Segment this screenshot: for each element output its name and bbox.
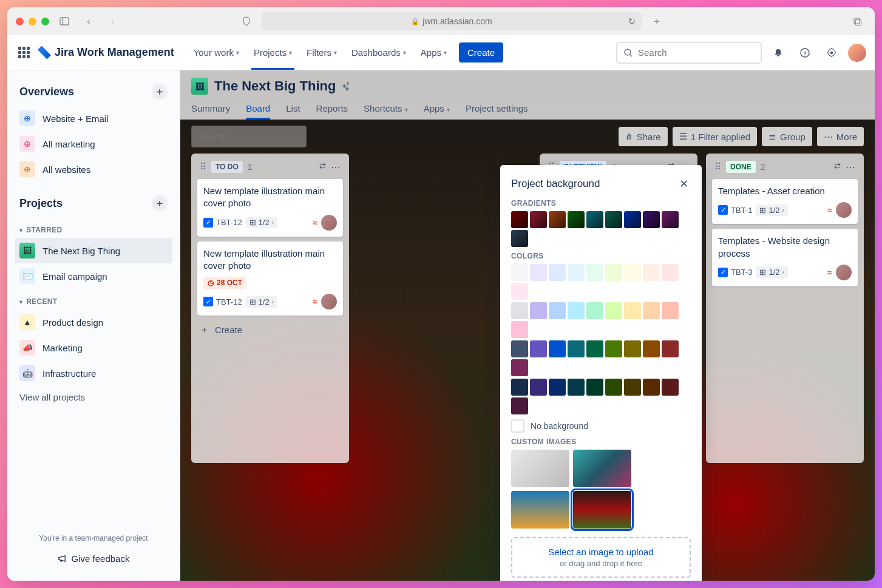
tab-list[interactable]: List [286, 101, 300, 120]
color-swatch[interactable] [643, 340, 660, 357]
tab-summary[interactable]: Summary [191, 101, 230, 120]
nav-your-work[interactable]: Your work▾ [188, 44, 245, 61]
board-search[interactable] [191, 126, 307, 147]
background-thumbnail[interactable] [511, 491, 569, 529]
color-swatch[interactable] [586, 302, 603, 319]
color-swatch[interactable] [624, 302, 641, 319]
close-icon[interactable]: ✕ [677, 175, 691, 193]
color-swatch[interactable] [568, 264, 585, 281]
color-swatch[interactable] [643, 264, 660, 281]
sidebar-toggle-icon[interactable] [55, 12, 73, 30]
color-swatch[interactable] [549, 340, 566, 357]
color-swatch[interactable] [605, 302, 622, 319]
color-swatch[interactable] [662, 211, 679, 228]
share-button[interactable]: ⋔Share [619, 127, 668, 146]
assignee-avatar[interactable] [836, 265, 852, 280]
search-input[interactable] [638, 47, 755, 58]
color-swatch[interactable] [662, 264, 679, 281]
new-tab-icon[interactable]: ＋ [648, 12, 666, 30]
shield-icon[interactable] [237, 12, 256, 30]
add-project-button[interactable]: ＋ [152, 195, 168, 211]
card-tbt-3[interactable]: Templates - Website design process✓TBT-3… [712, 229, 858, 286]
color-swatch[interactable] [568, 379, 585, 396]
filter-button[interactable]: ☰1 Filter applied [673, 127, 757, 146]
sidebar-item-all-marketing[interactable]: ⊕All marketing [15, 131, 172, 157]
background-thumbnail[interactable] [511, 450, 569, 487]
color-swatch[interactable] [549, 264, 566, 281]
app-switcher-icon[interactable] [16, 45, 32, 61]
color-swatch[interactable] [586, 379, 603, 396]
color-swatch[interactable] [586, 211, 603, 228]
global-search[interactable] [616, 42, 762, 64]
drag-handle-icon[interactable]: ⠿ [200, 161, 206, 172]
color-swatch[interactable] [586, 264, 603, 281]
color-swatch[interactable] [605, 379, 622, 396]
tab-apps[interactable]: Apps ▾ [424, 101, 450, 120]
nav-projects[interactable]: Projects▾ [248, 44, 298, 61]
give-feedback-button[interactable]: Give feedback [15, 547, 172, 570]
collapse-icon[interactable]: ⇄ [319, 161, 326, 173]
color-swatch[interactable] [624, 264, 641, 281]
column-more-icon[interactable]: ⋯ [331, 161, 341, 173]
drag-handle-icon[interactable]: ⠿ [714, 161, 721, 172]
close-window[interactable] [16, 18, 24, 25]
tab-project-settings[interactable]: Project settings [466, 101, 528, 120]
card-tbt-12[interactable]: New template illustration main cover pho… [197, 242, 343, 316]
color-swatch[interactable] [568, 211, 585, 228]
color-swatch[interactable] [530, 302, 547, 319]
sidebar-item-marketing[interactable]: 📣Marketing [15, 335, 172, 360]
color-swatch[interactable] [662, 302, 679, 319]
upload-dropzone[interactable]: Select an image to upload or drag and dr… [511, 537, 691, 578]
color-swatch[interactable] [511, 379, 528, 396]
color-swatch[interactable] [511, 340, 528, 357]
zoom-window[interactable] [41, 18, 49, 25]
user-avatar[interactable] [848, 44, 866, 62]
color-swatch[interactable] [643, 302, 660, 319]
color-swatch[interactable] [511, 230, 528, 247]
color-swatch[interactable] [530, 379, 547, 396]
forward-icon[interactable]: › [104, 12, 122, 30]
color-swatch[interactable] [511, 264, 528, 281]
board-search-input[interactable] [198, 132, 313, 142]
tab-reports[interactable]: Reports [316, 101, 348, 120]
color-swatch[interactable] [530, 211, 547, 228]
assignee-avatar[interactable] [321, 215, 337, 231]
reload-icon[interactable]: ↻ [628, 16, 636, 26]
sidebar-item-all-websites[interactable]: ⊕All websites [15, 157, 172, 182]
assignee-avatar[interactable] [836, 202, 852, 218]
color-swatch[interactable] [511, 359, 528, 376]
color-swatch[interactable] [511, 283, 528, 300]
settings-icon[interactable] [821, 42, 842, 63]
sidebar-item-infrastructure[interactable]: 🤖Infrastructure [15, 360, 172, 386]
color-swatch[interactable] [511, 211, 528, 228]
color-swatch[interactable] [586, 340, 603, 357]
upload-link[interactable]: Select an image to upload [548, 547, 653, 557]
color-swatch[interactable] [624, 340, 641, 357]
nav-dashboards[interactable]: Dashboards▾ [345, 44, 412, 61]
sidebar-item-the-next-big-thing[interactable]: 🖼The Next Big Thing [15, 238, 172, 263]
tab-board[interactable]: Board [246, 101, 270, 120]
color-swatch[interactable] [643, 211, 660, 228]
group-button[interactable]: ≣Group [762, 127, 812, 146]
color-swatch[interactable] [568, 302, 585, 319]
color-swatch[interactable] [624, 379, 641, 396]
assignee-avatar[interactable] [321, 294, 337, 309]
color-swatch[interactable] [511, 321, 528, 338]
nav-filters[interactable]: Filters▾ [300, 44, 343, 61]
color-swatch[interactable] [530, 264, 547, 281]
color-swatch[interactable] [624, 211, 641, 228]
notifications-icon[interactable] [768, 42, 789, 63]
color-swatch[interactable] [605, 264, 622, 281]
color-swatch[interactable] [530, 340, 547, 357]
color-swatch[interactable] [605, 340, 622, 357]
color-swatch[interactable] [662, 379, 679, 396]
add-overview-button[interactable]: ＋ [152, 84, 168, 100]
product-logo[interactable]: Jira Work Management [38, 46, 174, 59]
color-swatch[interactable] [511, 397, 528, 414]
color-swatch[interactable] [605, 211, 622, 228]
starred-header[interactable]: ▾STARRED [15, 217, 172, 238]
color-swatch[interactable] [549, 379, 566, 396]
color-swatch[interactable] [568, 340, 585, 357]
color-swatch[interactable] [662, 340, 679, 357]
color-swatch[interactable] [549, 211, 566, 228]
